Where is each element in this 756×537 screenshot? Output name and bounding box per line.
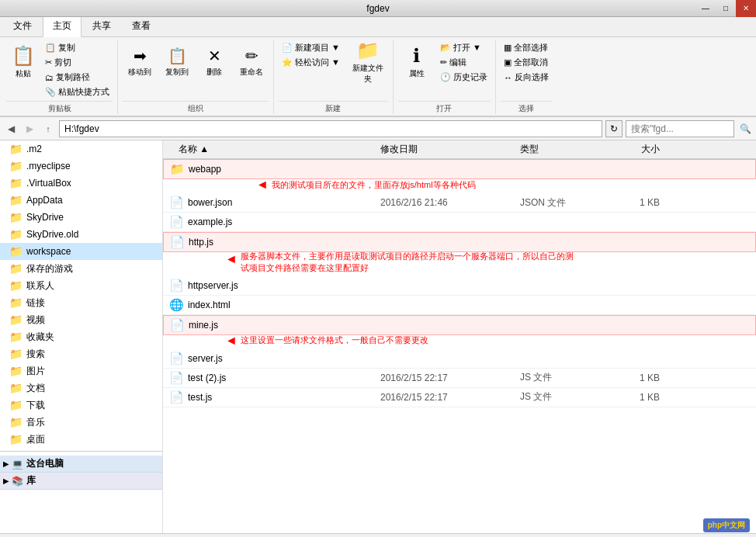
forward-button[interactable]: ▶ bbox=[22, 121, 37, 137]
tab-home[interactable]: 主页 bbox=[43, 16, 81, 37]
up-button[interactable]: ↑ bbox=[40, 121, 56, 137]
file-row-webapp[interactable]: 📁 webapp bbox=[163, 159, 756, 179]
cut-icon: ✂ bbox=[45, 57, 52, 68]
deselect-all-button[interactable]: ▣全部取消 bbox=[501, 55, 552, 70]
deselect-icon: ▣ bbox=[504, 57, 512, 68]
file-row-index[interactable]: 🌐 index.html bbox=[163, 296, 756, 315]
tab-view[interactable]: 查看 bbox=[122, 16, 161, 36]
back-button[interactable]: ◀ bbox=[3, 121, 19, 137]
edit-icon: ✏ bbox=[440, 57, 447, 68]
refresh-button[interactable]: ↻ bbox=[605, 120, 622, 137]
sidebar-item-music[interactable]: 📁 音乐 bbox=[0, 414, 162, 431]
rename-button[interactable]: ✏ 重命名 bbox=[234, 40, 269, 84]
copy-to-button[interactable]: 📋 复制到 bbox=[160, 40, 194, 84]
sidebar-item-skydrive[interactable]: 📁 SkyDrive bbox=[0, 209, 162, 226]
address-input[interactable] bbox=[59, 120, 602, 137]
delete-button[interactable]: ✕ 删除 bbox=[197, 40, 231, 84]
sidebar-section-this-pc[interactable]: ▶ 💻 这台电脑 bbox=[0, 456, 162, 473]
copy-path-button[interactable]: 🗂复制路径 bbox=[42, 70, 113, 85]
col-header-name[interactable]: 名称 ▲ bbox=[163, 143, 380, 156]
file-row-http[interactable]: 📄 http.js bbox=[163, 232, 756, 252]
file-name-test: 📄 test.js bbox=[163, 390, 380, 404]
cut-button[interactable]: ✂剪切 bbox=[42, 55, 113, 70]
col-header-size[interactable]: 大小 bbox=[613, 143, 675, 156]
paste-button[interactable]: 📋 粘贴 bbox=[6, 40, 40, 84]
file-row-example[interactable]: 📄 example.js bbox=[163, 213, 756, 232]
sidebar-label: .VirtualBox bbox=[26, 178, 71, 189]
file-row-test[interactable]: 📄 test.js 2016/2/15 22:17 JS 文件 1 KB bbox=[163, 388, 756, 407]
php-text: php bbox=[708, 521, 722, 529]
file-row-server[interactable]: 📄 server.js bbox=[163, 349, 756, 369]
sidebar-label: 链接 bbox=[26, 296, 45, 310]
copy-button[interactable]: 📋复制 bbox=[42, 40, 113, 55]
select-all-button[interactable]: ▦全部选择 bbox=[501, 40, 552, 55]
search-input[interactable] bbox=[626, 120, 734, 137]
sidebar-label: SkyDrive.old bbox=[26, 229, 78, 240]
sidebar-item-pictures[interactable]: 📁 图片 bbox=[0, 362, 162, 379]
sidebar-label: .myeclipse bbox=[26, 161, 71, 171]
folder-icon: 📁 bbox=[9, 314, 23, 326]
sidebar-item-contacts[interactable]: 📁 联系人 bbox=[0, 277, 162, 294]
sidebar-label: SkyDrive bbox=[26, 212, 64, 223]
open-icon: 📂 bbox=[440, 43, 451, 53]
file-date-bower: 2016/2/16 21:46 bbox=[380, 197, 520, 208]
new-folder-button[interactable]: 📁 新建文件夹 bbox=[348, 40, 388, 84]
sidebar-label: 搜索 bbox=[26, 348, 45, 361]
title-bar: fgdev — □ ✕ bbox=[0, 0, 756, 17]
sidebar-item-favorites[interactable]: 📁 收藏夹 bbox=[0, 328, 162, 345]
clipboard-label: 剪贴板 bbox=[6, 101, 113, 114]
close-button[interactable]: ✕ bbox=[736, 0, 756, 17]
file-row-mine[interactable]: 📄 mine.js bbox=[163, 315, 756, 335]
edit-button[interactable]: ✏编辑 bbox=[437, 55, 491, 70]
sidebar-item-saved-games[interactable]: 📁 保存的游戏 bbox=[0, 260, 162, 277]
col-header-type[interactable]: 类型 bbox=[520, 143, 613, 156]
sidebar-section-library[interactable]: ▶ 📚 库 bbox=[0, 473, 162, 490]
invert-select-button[interactable]: ↔反向选择 bbox=[501, 70, 552, 85]
sidebar-label: 音乐 bbox=[26, 416, 45, 429]
file-row-test2[interactable]: 📄 test (2).js 2016/2/15 22:17 JS 文件 1 KB bbox=[163, 369, 756, 388]
history-button[interactable]: 🕐历史记录 bbox=[437, 70, 491, 85]
sidebar-item-workspace[interactable]: 📁 workspace bbox=[0, 243, 162, 260]
tab-file[interactable]: 文件 bbox=[3, 16, 42, 36]
http-annotation-text: 服务器脚本文件，主要作用是读取测试项目的路径并启动一个服务器端口，所以自己的测试… bbox=[241, 251, 574, 275]
minimize-button[interactable]: — bbox=[695, 0, 716, 17]
open-button[interactable]: 📂打开 ▼ bbox=[437, 40, 491, 55]
sidebar-item-appdata[interactable]: 📁 AppData bbox=[0, 192, 162, 209]
file-type-bower: JSON 文件 bbox=[520, 196, 613, 210]
col-header-date[interactable]: 修改日期 bbox=[380, 143, 520, 156]
easy-access-button[interactable]: ⭐轻松访问 ▼ bbox=[279, 55, 343, 70]
file-row-httpserver[interactable]: 📄 httpserver.js bbox=[163, 276, 756, 296]
search-button[interactable]: 🔍 bbox=[737, 121, 753, 137]
properties-button[interactable]: ℹ 属性 bbox=[398, 40, 435, 84]
sidebar-item-desktop[interactable]: 📁 桌面 bbox=[0, 431, 162, 448]
tab-share[interactable]: 共享 bbox=[82, 16, 121, 36]
file-name-example: 📄 example.js bbox=[163, 215, 380, 229]
sidebar-item-skydrive-old[interactable]: 📁 SkyDrive.old bbox=[0, 226, 162, 243]
sidebar-item-m2[interactable]: 📁 .m2 bbox=[0, 140, 162, 158]
move-icon: ➡ bbox=[134, 47, 147, 65]
sidebar-item-documents[interactable]: 📁 文档 bbox=[0, 379, 162, 397]
file-row-bower[interactable]: 📄 bower.json 2016/2/16 21:46 JSON 文件 1 K… bbox=[163, 193, 756, 213]
folder-icon: 📁 bbox=[9, 279, 23, 292]
folder-icon: 📁 bbox=[9, 296, 23, 309]
js-icon-test2: 📄 bbox=[169, 371, 184, 385]
sidebar-item-video[interactable]: 📁 视频 bbox=[0, 311, 162, 328]
folder-icon: 📁 bbox=[9, 416, 23, 428]
new-item-button[interactable]: 📄新建项目 ▼ bbox=[279, 40, 343, 55]
new-item-icon: 📄 bbox=[282, 43, 293, 53]
maximize-button[interactable]: □ bbox=[716, 0, 736, 17]
sidebar-item-links[interactable]: 📁 链接 bbox=[0, 294, 162, 311]
sidebar-item-myeclipse[interactable]: 📁 .myeclipse bbox=[0, 158, 162, 175]
folder-icon: 📁 bbox=[9, 194, 23, 206]
sidebar-item-downloads[interactable]: 📁 下载 bbox=[0, 397, 162, 414]
file-name-http: 📄 http.js bbox=[164, 235, 381, 249]
sidebar-item-search[interactable]: 📁 搜索 bbox=[0, 345, 162, 362]
sidebar-label: AppData bbox=[26, 195, 63, 206]
folder-icon: 📁 bbox=[9, 365, 23, 377]
address-bar: ◀ ▶ ↑ ↻ 🔍 bbox=[0, 117, 756, 140]
select-all-icon: ▦ bbox=[504, 43, 512, 53]
paste-shortcut-button[interactable]: 📎粘贴快捷方式 bbox=[42, 85, 113, 99]
sidebar-label: 视频 bbox=[26, 314, 45, 327]
move-to-button[interactable]: ➡ 移动到 bbox=[123, 40, 157, 84]
sidebar-item-virtualbox[interactable]: 📁 .VirtualBox bbox=[0, 175, 162, 192]
